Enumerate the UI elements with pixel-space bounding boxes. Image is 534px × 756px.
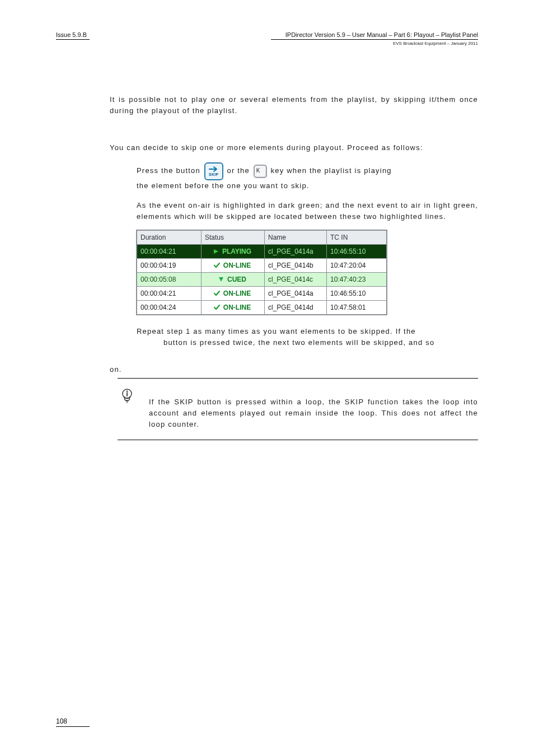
table-row[interactable]: 00:00:04:21 ON-LINE cl_PGE_0414a 10:46:5… bbox=[137, 286, 387, 300]
status-label: ON-LINE bbox=[223, 290, 251, 297]
step1-text-c: or the bbox=[227, 167, 252, 175]
cell-name: cl_PGE_0414c bbox=[265, 272, 327, 286]
svg-marker-1 bbox=[219, 277, 223, 282]
check-icon bbox=[214, 291, 220, 296]
svg-marker-0 bbox=[214, 249, 218, 254]
cell-tcin: 10:46:55:10 bbox=[327, 286, 387, 300]
k-key-label: K bbox=[256, 166, 260, 175]
repeat-b: button is pressed twice, the next two el… bbox=[137, 337, 478, 348]
cell-name: cl_PGE_0414d bbox=[265, 300, 327, 314]
footer-rule bbox=[56, 726, 90, 727]
col-name[interactable]: Name bbox=[265, 230, 327, 244]
skip-button-label: SKIP bbox=[209, 172, 219, 178]
col-tcin[interactable]: TC IN bbox=[327, 230, 387, 244]
page-number: 108 bbox=[56, 717, 90, 725]
skip-button[interactable]: SKIP bbox=[204, 162, 223, 180]
table-row[interactable]: 00:00:04:19 ON-LINE cl_PGE_0414b 10:47:2… bbox=[137, 258, 387, 272]
status-label: PLAYING bbox=[222, 248, 251, 255]
header-issue: Issue 5.9.B bbox=[56, 31, 87, 38]
cell-duration: 00:00:04:24 bbox=[137, 300, 202, 314]
cell-status: ON-LINE bbox=[202, 258, 265, 272]
cell-tcin: 10:47:58:01 bbox=[327, 300, 387, 314]
step1-text-d: key when the playlist is playing bbox=[271, 167, 392, 175]
cued-icon bbox=[218, 277, 224, 282]
cell-duration: 00:00:04:21 bbox=[137, 286, 202, 300]
cell-name: cl_PGE_0414a bbox=[265, 286, 327, 300]
cell-tcin: 10:47:40:23 bbox=[327, 272, 387, 286]
cell-status: CUED bbox=[202, 272, 265, 286]
repeat-a: Repeat step 1 as many times as you want … bbox=[137, 327, 416, 335]
k-key[interactable]: K bbox=[254, 165, 267, 178]
status-label: CUED bbox=[227, 276, 246, 283]
cell-status: PLAYING bbox=[202, 244, 265, 258]
header-sub: EVS Broadcast Equipment – January 2011 bbox=[56, 41, 478, 46]
status-label: ON-LINE bbox=[223, 262, 251, 269]
header-rule-right bbox=[271, 39, 478, 40]
step1-text-b: button bbox=[176, 167, 203, 175]
check-icon bbox=[214, 305, 220, 310]
note-box: If the SKIP button is pressed within a l… bbox=[118, 378, 478, 440]
footer: 108 bbox=[56, 717, 90, 727]
table-header-row: Duration Status Name TC IN bbox=[137, 230, 387, 244]
intro-paragraph: It is possible not to play one or severa… bbox=[110, 94, 478, 116]
cell-status: ON-LINE bbox=[202, 300, 265, 314]
note-icon bbox=[120, 388, 134, 406]
proceed-paragraph: You can decide to skip one or more eleme… bbox=[110, 142, 478, 153]
step1-text-a: Press the bbox=[137, 167, 176, 175]
status-label: ON-LINE bbox=[223, 304, 251, 311]
cell-tcin: 10:46:55:10 bbox=[327, 244, 387, 258]
cell-duration: 00:00:04:19 bbox=[137, 258, 202, 272]
step2-paragraph: As the event on-air is highlighted in da… bbox=[137, 200, 478, 222]
col-duration[interactable]: Duration bbox=[137, 230, 202, 244]
cell-name: cl_PGE_0414b bbox=[265, 258, 327, 272]
table-row[interactable]: 00:00:05:08 CUED cl_PGE_0414c 10:47:40:2… bbox=[137, 272, 387, 286]
header-rule-left bbox=[56, 39, 90, 40]
note-text: If the SKIP button is pressed within a l… bbox=[149, 386, 478, 430]
playlist-table: Duration Status Name TC IN 00:00:04:21 bbox=[137, 230, 387, 315]
cell-tcin: 10:47:20:04 bbox=[327, 258, 387, 272]
step1-line: Press the button SKIP or the K bbox=[137, 162, 478, 180]
repeat-c: on. bbox=[110, 365, 478, 374]
header-title: IPDirector Version 5.9 – User Manual – P… bbox=[285, 31, 478, 38]
step1-cont: the element before the one you want to s… bbox=[137, 180, 478, 192]
cell-name: cl_PGE_0414a bbox=[265, 244, 327, 258]
check-icon bbox=[214, 263, 220, 268]
cell-duration: 00:00:05:08 bbox=[137, 272, 202, 286]
table-row[interactable]: 00:00:04:24 ON-LINE cl_PGE_0414d 10:47:5… bbox=[137, 300, 387, 314]
cell-duration: 00:00:04:21 bbox=[137, 244, 202, 258]
repeat-paragraph: Repeat step 1 as many times as you want … bbox=[137, 326, 478, 348]
col-status[interactable]: Status bbox=[202, 230, 265, 244]
play-icon bbox=[213, 249, 219, 254]
table-row[interactable]: 00:00:04:21 PLAYING cl_PGE_0414a 10:46:5… bbox=[137, 244, 387, 258]
cell-status: ON-LINE bbox=[202, 286, 265, 300]
